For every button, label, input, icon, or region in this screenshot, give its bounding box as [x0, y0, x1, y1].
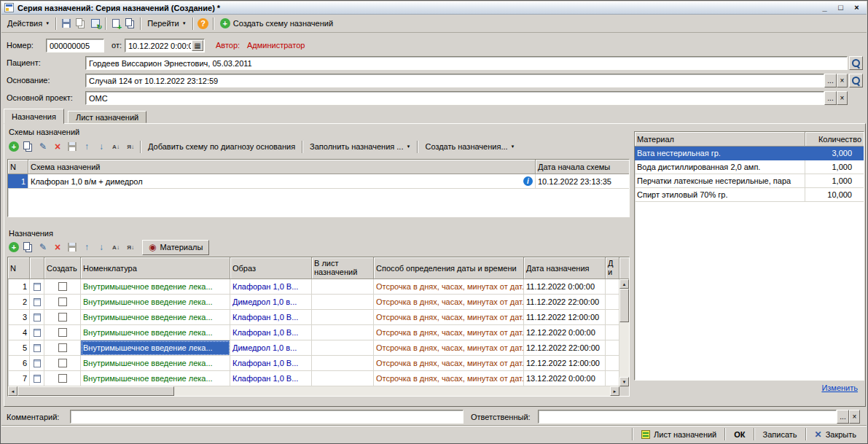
material-qty-cell[interactable]: 10,000	[805, 188, 864, 202]
date-cell[interactable]: 11.12.2022 0:00:00	[524, 279, 606, 295]
material-qty-cell[interactable]: 1,000	[805, 174, 864, 188]
row-number-cell[interactable]: 1	[8, 174, 28, 189]
create-checkbox[interactable]	[58, 359, 67, 367]
create-checkbox[interactable]	[58, 343, 67, 352]
row-number-cell[interactable]: 3	[8, 310, 30, 325]
cut-cell[interactable]	[606, 340, 619, 356]
table-row[interactable]: 5 Внутримышечное введение лека... Димедр…	[8, 340, 619, 356]
method-cell[interactable]: Отсрочка в днях, часах, минутах от дат..…	[374, 356, 524, 371]
table-row[interactable]: 6 Внутримышечное введение лека... Клафор…	[8, 356, 619, 371]
nomenclature-cell-selected[interactable]: Внутримышечное введение лека...	[81, 340, 230, 356]
material-qty-cell[interactable]: 3,000	[805, 147, 864, 160]
row-number-cell[interactable]: 7	[8, 371, 30, 386]
row-state-cell[interactable]	[30, 371, 44, 386]
nomenclature-cell[interactable]: Внутримышечное введение лека...	[81, 371, 230, 386]
assignments-edit-row-button[interactable]: ✎	[36, 240, 50, 254]
tab-assignments[interactable]: Назначения	[4, 109, 64, 124]
method-cell[interactable]: Отсрочка в днях, часах, минутах от дат..…	[374, 310, 524, 325]
responsible-choose-button[interactable]: ...	[837, 410, 849, 424]
documents-icon-button[interactable]	[74, 16, 88, 31]
responsible-input[interactable]	[538, 410, 837, 424]
close-form-button[interactable]: ✕ Закрыть	[809, 427, 862, 442]
create-cell[interactable]	[44, 279, 81, 295]
help-button[interactable]: ?	[196, 16, 211, 31]
table-row[interactable]: 1 Клафоран 1,0 в/м + димедрол i 10.12.20…	[8, 174, 629, 189]
table-row[interactable]: 7 Внутримышечное введение лека... Клафор…	[8, 371, 619, 386]
assignments-end-edit-button[interactable]	[65, 240, 79, 254]
material-row[interactable]: Перчатки латексные нестерильные, пара 1,…	[635, 174, 864, 188]
assignments-sort-desc-button[interactable]: Я↓	[123, 240, 138, 254]
material-name-cell[interactable]: Спирт этиловый 70% гр.	[635, 188, 805, 202]
close-button[interactable]: ×	[852, 2, 861, 13]
table-row[interactable]: 1 Внутримышечное введение лека... Клафор…	[8, 279, 619, 295]
create-checkbox[interactable]	[58, 297, 67, 306]
create-checkbox[interactable]	[58, 328, 67, 337]
schemes-add-row-button[interactable]: +	[7, 139, 21, 154]
scroll-up-button[interactable]: ▲	[619, 279, 629, 289]
basis-clear-button[interactable]: ×	[837, 74, 848, 87]
assignments-move-down-button[interactable]: ↓	[94, 240, 109, 254]
basis-input[interactable]	[85, 74, 824, 87]
comment-input[interactable]	[70, 410, 464, 424]
row-number-cell[interactable]: 4	[8, 325, 30, 340]
project-choose-button[interactable]: ...	[824, 91, 837, 105]
date-cell[interactable]: 11.12.2022 22:00:00	[524, 295, 606, 310]
save-icon-button[interactable]	[59, 16, 74, 31]
cut-cell[interactable]	[606, 295, 619, 310]
materials-toggle-button[interactable]: ◉ Материалы	[142, 240, 209, 255]
row-number-cell[interactable]: 2	[8, 295, 30, 310]
schemes-sort-desc-button[interactable]: Я↓	[123, 139, 138, 154]
nomenclature-cell[interactable]: Внутримышечное введение лека...	[81, 295, 230, 310]
method-cell[interactable]: Отсрочка в днях, часах, минутах от дат..…	[374, 325, 524, 340]
nomenclature-cell[interactable]: Внутримышечное введение лека...	[81, 325, 230, 340]
to-list-cell[interactable]	[312, 340, 374, 356]
add-scheme-by-diagnosis-button[interactable]: Добавить схему по диагнозу основания	[144, 139, 300, 154]
date-cell[interactable]: 12.12.2022 12:00:00	[524, 356, 606, 371]
image-cell[interactable]: Клафоран 1,0 В...	[230, 371, 312, 386]
schemes-move-down-button[interactable]: ↓	[94, 139, 109, 154]
cut-cell[interactable]	[606, 356, 619, 371]
scroll-left-button[interactable]: ◄	[8, 386, 17, 396]
assignments-delete-row-button[interactable]: ×	[50, 240, 65, 254]
material-row[interactable]: Вода дистиллированная 2,0 амп. 1,000	[635, 160, 864, 174]
project-input[interactable]	[85, 91, 824, 105]
create-checkbox[interactable]	[58, 313, 67, 322]
maximize-button[interactable]: □	[836, 2, 845, 13]
date-cell[interactable]: 12.12.2022 22:00:00	[524, 340, 606, 356]
create-checkbox[interactable]	[58, 374, 67, 383]
responsible-clear-button[interactable]: ×	[849, 410, 860, 424]
row-number-cell[interactable]: 5	[8, 340, 30, 356]
row-number-cell[interactable]: 6	[8, 356, 30, 371]
assignment-list-button[interactable]: Лист назначений	[636, 427, 722, 442]
create-cell[interactable]	[44, 356, 81, 371]
vertical-scrollbar[interactable]: ▲ ▼	[619, 279, 629, 386]
material-row[interactable]: Спирт этиловый 70% гр. 10,000	[635, 188, 864, 202]
create-based-icon-button[interactable]	[109, 16, 123, 31]
image-cell[interactable]: Клафоран 1,0 В...	[230, 325, 312, 340]
create-cell[interactable]	[44, 295, 81, 310]
create-cell[interactable]	[44, 310, 81, 325]
to-list-cell[interactable]	[312, 310, 374, 325]
assignments-add-row-button[interactable]: +	[7, 240, 21, 254]
date-cell[interactable]: 11.12.2022 12:00:00	[524, 310, 606, 325]
image-cell[interactable]: Клафоран 1,0 В...	[230, 279, 312, 295]
material-name-cell[interactable]: Вода дистиллированная 2,0 амп.	[635, 160, 805, 174]
row-state-cell[interactable]	[30, 325, 44, 340]
fill-assignments-button[interactable]: Заполнить назначения ... ▼	[305, 139, 415, 154]
patient-input[interactable]	[85, 56, 848, 70]
cut-cell[interactable]	[606, 325, 619, 340]
project-clear-button[interactable]: ×	[837, 91, 848, 105]
material-name-cell[interactable]: Вата нестерильная гр.	[635, 147, 805, 160]
image-cell[interactable]: Димедрол 1,0 в...	[230, 295, 312, 310]
assignments-sort-asc-button[interactable]: А↓	[109, 240, 123, 254]
assignments-copy-row-button[interactable]	[21, 240, 36, 254]
scheme-name-cell[interactable]: Клафоран 1,0 в/м + димедрол i	[28, 174, 536, 189]
patient-lookup-button[interactable]	[849, 56, 863, 70]
calendar-button[interactable]: ▦	[192, 40, 203, 51]
ok-button[interactable]: ОК	[728, 427, 751, 442]
tab-assignment-list[interactable]: Лист назначений	[68, 111, 146, 123]
material-row[interactable]: Вата нестерильная гр. 3,000	[635, 147, 864, 160]
material-qty-cell[interactable]: 1,000	[805, 160, 864, 174]
row-state-cell[interactable]	[30, 295, 44, 310]
scroll-right-button[interactable]: ►	[610, 386, 619, 396]
